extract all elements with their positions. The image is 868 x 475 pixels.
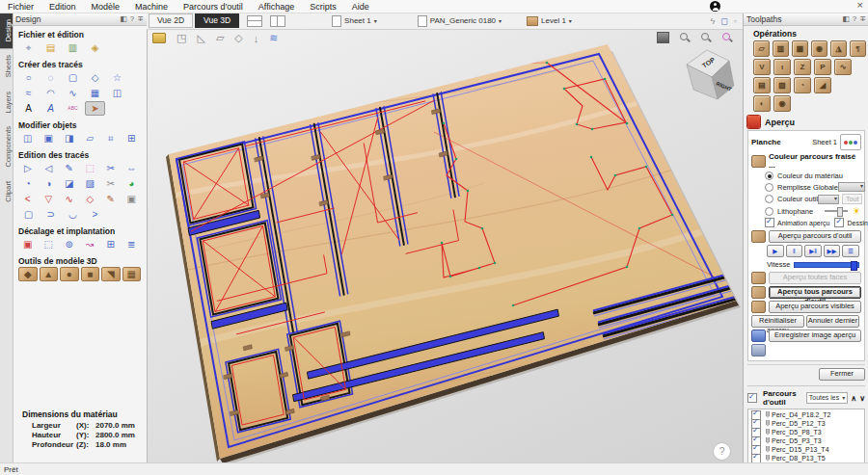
export-icon[interactable]: ◈ xyxy=(85,40,105,55)
toolpath-list-item[interactable]: Perc_D4_P18.2_T2 xyxy=(748,410,864,419)
undo-last-button[interactable]: Annuler dernier xyxy=(806,315,859,328)
turn-icon[interactable]: ■ xyxy=(81,267,100,281)
op-chanfrein[interactable]: Z xyxy=(794,59,811,75)
circle-icon[interactable]: ○ xyxy=(18,70,39,85)
offset-icon[interactable]: ▣ xyxy=(18,237,38,251)
op-prisme[interactable]: P xyxy=(814,59,831,75)
move-xy-icon[interactable]: ⇔ xyxy=(122,161,142,175)
scale-icon[interactable]: ◨ xyxy=(60,131,79,145)
star-icon[interactable]: ☆ xyxy=(107,70,127,85)
texture-icon[interactable]: ▦ xyxy=(85,86,105,100)
menu-item-7[interactable]: Scripts xyxy=(302,2,344,12)
pin-icon[interactable]: ∓ xyxy=(859,14,866,23)
rounded-rect-icon[interactable]: ▢ xyxy=(63,70,83,85)
insert-node-icon[interactable]: ◁ xyxy=(40,161,59,175)
material-selector[interactable]: PAN_Generic 0180 ▾ xyxy=(418,15,502,27)
op-ebauche[interactable]: ▨ xyxy=(773,77,791,93)
open-file-icon[interactable]: ▤ xyxy=(41,40,61,55)
side-tab-layers[interactable]: Layers xyxy=(0,85,13,120)
arc-icon[interactable]: ◠ xyxy=(41,86,61,100)
material-block-icon[interactable] xyxy=(152,33,166,43)
text-icon[interactable]: A xyxy=(18,101,39,116)
op-texture-3d[interactable]: ∿ xyxy=(834,59,852,75)
sheet-selector[interactable]: Sheet 1 ▾ xyxy=(332,15,377,27)
save-preview-image-button[interactable]: Enregistrer image aperçu xyxy=(769,330,861,342)
global-fill-color-dropdown[interactable] xyxy=(838,182,865,192)
radio-icon[interactable] xyxy=(765,172,773,180)
view-cube[interactable]: TOP RIGHT xyxy=(687,50,734,99)
bird-clipart-icon[interactable]: ➤ xyxy=(85,101,105,116)
zoom-out-icon[interactable] xyxy=(679,32,691,43)
help-icon[interactable]: ? xyxy=(130,14,134,23)
preview-all-faces-button[interactable]: Aperçu toutes faces xyxy=(769,272,861,284)
rotate-icon[interactable]: ▣ xyxy=(40,131,59,145)
plane-view-icon[interactable]: ▱ xyxy=(216,32,224,44)
toolpath-list-item[interactable]: Perc_D15_P13_T4 xyxy=(748,445,864,454)
tool-drawing-checkbox[interactable] xyxy=(834,218,844,227)
op-inlay[interactable]: ı xyxy=(773,59,791,75)
side-tab-sheets[interactable]: Sheets xyxy=(0,48,13,84)
tab-vue-2d[interactable]: Vue 2D xyxy=(149,13,193,28)
stamp-icon[interactable]: ◫ xyxy=(107,86,127,100)
op-gravure[interactable]: ◮ xyxy=(830,40,847,57)
radio-global-fill[interactable]: Remplisse Globale xyxy=(765,182,861,192)
italic-text-icon[interactable]: A xyxy=(41,101,61,116)
polygon-icon[interactable]: ◇ xyxy=(85,70,105,85)
wave-shape-icon[interactable]: ◡ xyxy=(63,207,83,222)
mirror-icon[interactable]: ◫ xyxy=(18,131,38,145)
nest-icon[interactable]: ⊞ xyxy=(101,237,121,251)
polyline-icon[interactable]: ≈ xyxy=(18,86,39,100)
paste-icon[interactable]: ▣ xyxy=(122,192,142,206)
select-region-icon[interactable]: ⬚ xyxy=(81,161,100,175)
grid-toggle-icon[interactable]: ▫ xyxy=(734,16,737,26)
radio-material-color[interactable]: Couleur du matériau xyxy=(765,172,861,180)
side-tab-design[interactable]: Design xyxy=(0,13,13,48)
snap-toggle-icon[interactable]: ϟ xyxy=(711,16,716,26)
op-finition[interactable]: ▤ xyxy=(753,77,771,93)
toolpath-list-item[interactable]: Perc_D5_P12_T3 xyxy=(748,419,864,428)
ellipse-icon[interactable]: ◌ xyxy=(41,70,61,85)
pin-icon[interactable]: ∓ xyxy=(137,14,144,23)
help-icon[interactable]: ? xyxy=(853,14,856,23)
step-icon[interactable]: ▶‖ xyxy=(804,245,822,257)
node-edit-icon[interactable]: ▷ xyxy=(18,161,38,175)
vitesse-slider[interactable] xyxy=(794,262,859,268)
op-surfacage[interactable]: ▥ xyxy=(773,40,789,57)
pentagon-red-icon[interactable]: ◇ xyxy=(81,192,100,206)
toolpath-filter-dropdown[interactable]: Toutes les ▾ xyxy=(806,392,849,404)
menu-item-3[interactable]: Modèle xyxy=(84,2,128,12)
menu-item-8[interactable]: Aide xyxy=(344,2,377,12)
preview-all-toolpaths-button[interactable]: Aperçu tous parcours d'outil xyxy=(769,286,861,299)
preview-visible-toolpaths-button[interactable]: Aperçu parcours visibles xyxy=(769,301,861,313)
sweep-icon[interactable]: ▲ xyxy=(40,267,59,281)
circular-copy-icon[interactable]: ⊚ xyxy=(60,237,79,251)
texture-pattern-icon[interactable]: ≋ xyxy=(269,32,278,44)
split-horizontal-icon[interactable] xyxy=(247,15,262,27)
arrow-shape-icon[interactable]: ⊃ xyxy=(41,207,61,222)
dock-panel-icon[interactable]: ◧ xyxy=(842,14,850,23)
animation-checkbox[interactable] xyxy=(765,218,774,227)
wireframe-icon[interactable]: ◇ xyxy=(234,32,242,44)
shear-icon[interactable]: ▱ xyxy=(81,131,100,145)
op-texte[interactable]: ¶ xyxy=(850,40,866,57)
cut-vector-icon[interactable]: ✂ xyxy=(101,161,121,175)
distort-icon[interactable]: ⌗ xyxy=(101,131,121,145)
user-avatar-icon[interactable] xyxy=(710,1,720,12)
side-tab-components[interactable]: Components xyxy=(0,119,13,174)
draw-icon[interactable]: ✎ xyxy=(101,192,121,206)
drop-to-surface-icon[interactable]: ↓ xyxy=(254,33,259,44)
op-decoupe-3d[interactable]: ◔ xyxy=(794,77,811,93)
pause-icon[interactable]: ‖ xyxy=(786,245,803,257)
radio-icon[interactable] xyxy=(765,207,773,216)
import-image-icon[interactable]: ▥ xyxy=(63,40,83,55)
toolpaths-visibility-checkbox[interactable] xyxy=(747,393,757,403)
menu-item-1[interactable]: Fichier xyxy=(0,2,41,12)
guides-toggle-icon[interactable]: ◻ xyxy=(720,16,727,26)
radio-icon[interactable] xyxy=(765,195,773,203)
weld-icon[interactable]: ◔ xyxy=(18,176,38,191)
level-selector[interactable]: Level 1 ▾ xyxy=(527,16,572,26)
check-curve-icon[interactable]: ∿ xyxy=(60,192,79,206)
array-copy-icon[interactable]: ⬚ xyxy=(40,237,59,251)
op-projection[interactable]: ◐ xyxy=(753,95,771,112)
crop-vectors-icon[interactable]: ◪ xyxy=(60,176,79,191)
